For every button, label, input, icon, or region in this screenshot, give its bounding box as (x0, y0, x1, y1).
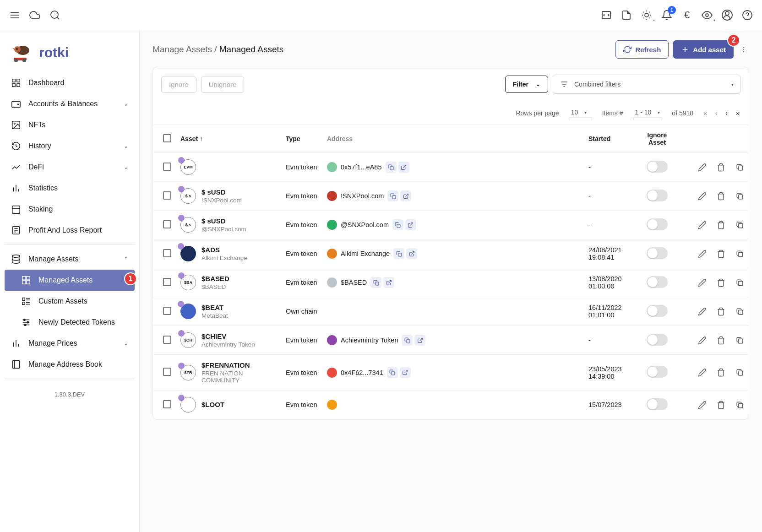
copy-address-icon[interactable] (393, 248, 404, 259)
col-asset[interactable]: Asset (180, 135, 198, 142)
note-icon[interactable] (621, 10, 632, 21)
external-link-icon[interactable] (414, 335, 425, 346)
duplicate-icon[interactable] (735, 192, 744, 201)
add-asset-button[interactable]: Add asset (673, 40, 734, 59)
ignore-toggle[interactable] (647, 276, 668, 288)
external-link-icon[interactable] (398, 162, 409, 173)
external-link-icon[interactable] (405, 219, 416, 230)
edit-icon[interactable] (698, 250, 707, 258)
edit-icon[interactable] (698, 192, 707, 201)
edit-icon[interactable] (698, 307, 707, 316)
edit-icon[interactable] (698, 401, 707, 409)
duplicate-icon[interactable] (735, 163, 744, 172)
row-checkbox[interactable] (163, 249, 171, 257)
ignore-toggle[interactable] (647, 190, 668, 201)
combined-filters[interactable]: Combined filters ▾ (553, 75, 740, 94)
row-checkbox[interactable] (163, 307, 171, 315)
ignore-toggle[interactable] (647, 366, 668, 378)
col-started[interactable]: Started (584, 125, 639, 153)
search-icon[interactable] (49, 10, 60, 21)
cloud-icon[interactable] (29, 10, 40, 21)
items-range-select[interactable]: 1 - 10▾ (633, 108, 662, 118)
copy-address-icon[interactable] (387, 367, 398, 378)
col-ignore[interactable]: Ignore Asset (639, 125, 675, 153)
delete-icon[interactable] (717, 192, 725, 201)
external-link-icon[interactable] (406, 248, 417, 259)
unignore-button[interactable]: Unignore (201, 76, 245, 93)
duplicate-icon[interactable] (735, 401, 744, 409)
sidebar-item-custom-assets[interactable]: Custom Assets (5, 291, 135, 312)
duplicate-icon[interactable] (735, 250, 744, 258)
duplicate-icon[interactable] (735, 278, 744, 287)
row-checkbox[interactable] (163, 220, 171, 228)
rows-per-page-select[interactable]: 10▾ (569, 108, 592, 118)
col-type[interactable]: Type (281, 125, 322, 153)
sidebar-item-managed-assets[interactable]: Managed Assets (5, 270, 135, 291)
copy-address-icon[interactable] (392, 219, 403, 230)
help-icon[interactable] (742, 10, 753, 21)
sidebar-item-dashboard[interactable]: Dashboard (5, 72, 135, 93)
duplicate-icon[interactable] (735, 307, 744, 316)
prev-page-icon[interactable]: ‹ (715, 109, 718, 117)
sidebar-item-statistics[interactable]: Statistics (5, 178, 135, 199)
copy-address-icon[interactable] (387, 190, 398, 201)
external-link-icon[interactable] (383, 277, 394, 288)
ignore-toggle[interactable] (647, 247, 668, 259)
row-checkbox[interactable] (163, 368, 171, 376)
currency-icon[interactable]: € (681, 10, 692, 21)
delete-icon[interactable] (717, 278, 725, 287)
row-checkbox[interactable] (163, 400, 171, 408)
row-checkbox[interactable] (163, 163, 171, 171)
row-checkbox[interactable] (163, 191, 171, 200)
sidebar-item-manage-prices[interactable]: Manage Prices ⌄ (5, 333, 135, 354)
delete-icon[interactable] (717, 163, 725, 172)
delete-icon[interactable] (717, 221, 725, 229)
duplicate-icon[interactable] (735, 336, 744, 345)
external-link-icon[interactable] (400, 190, 411, 201)
account-icon[interactable] (722, 10, 733, 21)
edit-icon[interactable] (698, 221, 707, 229)
ignore-toggle[interactable] (647, 398, 668, 410)
sidebar-item-staking[interactable]: Staking (5, 199, 135, 220)
sidebar-item-manage-assets[interactable]: Manage Assets ⌃ (5, 249, 135, 270)
col-address[interactable]: Address (322, 125, 584, 153)
delete-icon[interactable] (717, 336, 725, 345)
code-icon[interactable] (601, 10, 612, 21)
ignore-toggle[interactable] (647, 218, 668, 230)
sidebar-item-defi[interactable]: DeFi⌄ (5, 157, 135, 178)
brand[interactable]: rotki (5, 38, 135, 72)
notifications-icon[interactable]: 1 (661, 10, 672, 21)
refresh-button[interactable]: Refresh (615, 40, 669, 59)
ignore-toggle[interactable] (647, 334, 668, 346)
delete-icon[interactable] (717, 307, 725, 316)
sidebar-item-history[interactable]: History⌄ (5, 136, 135, 157)
ignore-button[interactable]: Ignore (161, 76, 196, 93)
duplicate-icon[interactable] (735, 368, 744, 377)
sidebar-item-profit-and-loss-report[interactable]: Profit And Loss Report (5, 220, 135, 241)
menu-icon[interactable] (9, 10, 20, 21)
copy-address-icon[interactable] (386, 162, 397, 173)
privacy-icon[interactable]: ▾ (702, 10, 713, 21)
select-all-checkbox[interactable] (163, 134, 171, 142)
sidebar-item-newly-detected[interactable]: Newly Detected Tokens (5, 312, 135, 333)
ignore-toggle[interactable] (647, 161, 668, 173)
external-link-icon[interactable] (400, 367, 411, 378)
filter-button[interactable]: Filter ⌄ (505, 76, 548, 93)
sidebar-item-accounts-balances[interactable]: Accounts & Balances⌄ (5, 93, 135, 114)
edit-icon[interactable] (698, 278, 707, 287)
row-checkbox[interactable] (163, 278, 171, 286)
copy-address-icon[interactable] (370, 277, 381, 288)
edit-icon[interactable] (698, 336, 707, 345)
next-page-icon[interactable]: › (726, 109, 728, 117)
sidebar-item-nfts[interactable]: NFTs (5, 114, 135, 136)
sidebar-item-address-book[interactable]: Manage Address Book (5, 354, 135, 375)
delete-icon[interactable] (717, 368, 725, 377)
last-page-icon[interactable]: » (736, 109, 740, 117)
duplicate-icon[interactable] (735, 221, 744, 229)
theme-icon[interactable]: ▾ (641, 10, 652, 21)
ignore-toggle[interactable] (647, 305, 668, 317)
row-checkbox[interactable] (163, 336, 171, 344)
breadcrumb-parent[interactable]: Manage Assets (152, 44, 212, 54)
edit-icon[interactable] (698, 368, 707, 377)
first-page-icon[interactable]: « (703, 109, 707, 117)
